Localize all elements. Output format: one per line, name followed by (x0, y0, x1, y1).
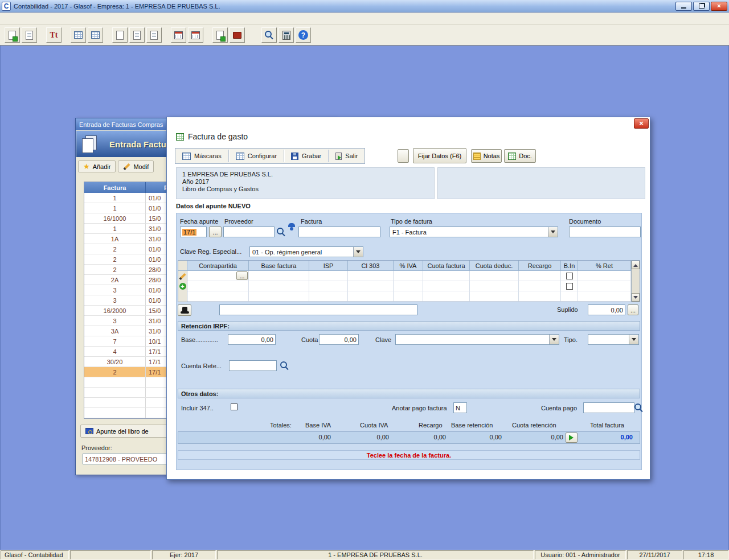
suplido-lookup-button[interactable]: ... (628, 304, 638, 315)
scroll-down-icon[interactable] (632, 293, 640, 302)
modify-invoice-icon[interactable] (22, 27, 37, 43)
iva-cell[interactable] (394, 271, 423, 281)
ret-tipo-dropdown-icon[interactable] (629, 335, 638, 344)
grid-column-header[interactable]: Cuota factura (423, 261, 470, 271)
grid-column-header[interactable]: % Ret (578, 261, 631, 271)
cuota-deduc-cell[interactable] (470, 271, 519, 281)
ret-clave-dropdown-icon[interactable] (549, 335, 559, 344)
column-header-factura[interactable]: Factura (84, 182, 146, 193)
incluir-347-checkbox[interactable] (231, 403, 237, 410)
mascaras-button[interactable]: Máscaras (175, 149, 228, 163)
cl303-cell[interactable] (348, 291, 394, 302)
scroll-up-icon[interactable] (632, 261, 640, 269)
spacer-button[interactable] (398, 149, 409, 163)
calculate-totals-button[interactable] (566, 433, 578, 443)
bin-checkbox[interactable] (566, 273, 573, 279)
base-factura-cell[interactable] (249, 291, 309, 302)
grid-column-header[interactable]: Base factura (249, 261, 309, 271)
suplido-field[interactable]: 0,00 (588, 304, 625, 315)
calendar-icon[interactable] (171, 27, 186, 43)
calculator-icon[interactable] (279, 27, 294, 43)
close-button[interactable] (711, 2, 727, 11)
fecha-apunte-field[interactable]: 17/1 (180, 227, 207, 237)
grid-row[interactable] (178, 281, 631, 291)
fecha-lookup-button[interactable]: ... (209, 227, 222, 237)
summary-report-icon[interactable] (146, 27, 162, 43)
minimize-button[interactable] (675, 2, 692, 11)
ledger-icon[interactable] (230, 27, 245, 43)
proveedor-field[interactable] (223, 227, 275, 237)
cuota-deduc-cell[interactable] (470, 291, 519, 302)
grid-row[interactable] (178, 291, 631, 302)
restore-button[interactable] (693, 2, 710, 11)
documento-field[interactable] (569, 227, 641, 237)
search-icon[interactable] (261, 27, 277, 43)
blank-doc-icon[interactable] (112, 27, 128, 43)
ret-cuota-field[interactable]: 0,00 (319, 334, 359, 345)
isp-cell[interactable] (309, 281, 348, 291)
tipo-factura-select[interactable]: F1 - Factura (390, 227, 558, 237)
recargo-cell[interactable] (519, 271, 561, 281)
fijar-datos-button[interactable]: Fijar Datos (F6) (413, 148, 466, 163)
concept-button[interactable] (178, 304, 191, 316)
clave-reg-dropdown-icon[interactable] (353, 247, 363, 257)
iva-cell[interactable] (394, 291, 423, 302)
ret-base-field[interactable]: 0,00 (228, 334, 276, 345)
cl303-cell[interactable] (348, 281, 394, 291)
cuota-deduc-cell[interactable] (470, 281, 519, 291)
row-add-marker[interactable] (178, 281, 187, 291)
contrapartida-cell[interactable] (187, 291, 249, 302)
factura-field[interactable] (298, 227, 380, 237)
calendar-alt-icon[interactable] (188, 27, 203, 43)
cuenta-pago-field[interactable] (583, 402, 634, 413)
doc-button[interactable]: Doc. (504, 149, 536, 163)
isp-cell[interactable] (309, 291, 348, 302)
ret-cell[interactable] (578, 271, 631, 281)
ret-cell[interactable] (578, 281, 631, 291)
iva-cell[interactable] (394, 281, 423, 291)
contrapartida-cell[interactable] (187, 281, 249, 291)
isp-cell[interactable] (309, 271, 348, 281)
add-button[interactable]: Añadir (78, 160, 116, 172)
cuota-factura-cell[interactable] (423, 281, 470, 291)
contrapartida-lookup-button[interactable]: ... (236, 271, 248, 280)
grid-column-header[interactable]: % IVA (394, 261, 423, 271)
grid-scrollbar[interactable] (631, 261, 640, 302)
cl303-cell[interactable] (348, 271, 394, 281)
cuota-factura-cell[interactable] (423, 291, 470, 302)
cuenta-rete-field[interactable] (229, 360, 277, 371)
grid-column-header[interactable]: ISP (309, 261, 348, 271)
dialog-close-icon[interactable] (634, 118, 649, 129)
tipo-factura-dropdown-icon[interactable] (548, 227, 558, 237)
grid-column-header[interactable]: Recargo (519, 261, 561, 271)
bin-checkbox[interactable] (566, 283, 573, 290)
small-grid-icon[interactable] (71, 27, 86, 43)
ret-cell[interactable] (578, 291, 631, 302)
recargo-cell[interactable] (519, 291, 561, 302)
bin-cell[interactable] (561, 291, 578, 302)
ret-tipo-select[interactable] (588, 334, 639, 345)
bin-cell[interactable] (561, 271, 578, 281)
add-doc-icon[interactable] (212, 27, 228, 43)
report-icon[interactable] (129, 27, 145, 43)
grid-column-header[interactable]: B.In (561, 261, 578, 271)
font-icon[interactable]: Tt (46, 27, 62, 43)
clave-reg-select[interactable]: 01 - Op. régimen general (249, 246, 363, 257)
anotar-pago-field[interactable]: N (453, 402, 467, 413)
base-factura-cell[interactable] (249, 281, 309, 291)
grid-column-header[interactable]: Cl 303 (348, 261, 394, 271)
ret-clave-select[interactable] (395, 334, 559, 345)
notas-button[interactable]: Notas (471, 149, 502, 163)
bin-cell[interactable] (561, 281, 578, 291)
large-grid-icon[interactable] (88, 27, 103, 43)
help-icon[interactable] (296, 27, 311, 43)
new-invoice-icon[interactable] (5, 27, 20, 43)
base-factura-cell[interactable] (249, 271, 309, 281)
grid-column-header[interactable]: Contrapartida (187, 261, 249, 271)
concepto-field[interactable] (219, 304, 417, 315)
recargo-cell[interactable] (519, 281, 561, 291)
grid-row[interactable]: ... (178, 271, 631, 281)
grid-column-header[interactable]: Cuota deduc. (470, 261, 519, 271)
grabar-button[interactable]: Grabar (284, 149, 328, 163)
modify-button[interactable]: Modif (118, 160, 154, 172)
